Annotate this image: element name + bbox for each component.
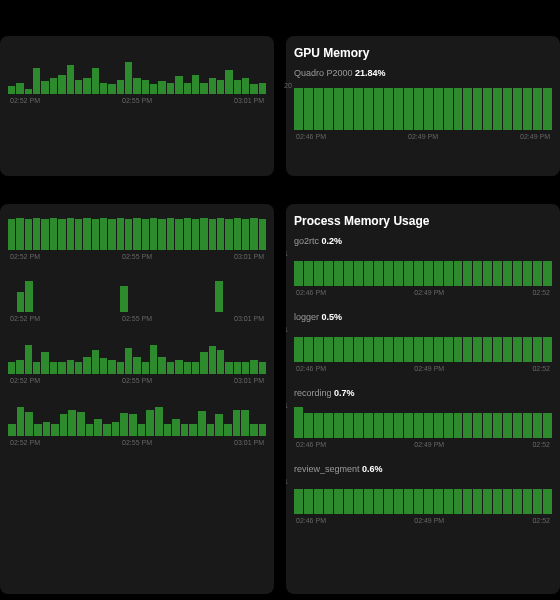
bar — [384, 337, 393, 362]
bar — [94, 419, 102, 436]
process-item: logger 0.5%102:46 PM02:49 PM02:52 — [294, 312, 552, 372]
process-item: go2rtc 0.2%102:46 PM02:49 PM02:52 — [294, 236, 552, 296]
bar — [463, 337, 472, 362]
bar — [25, 89, 32, 94]
bar — [384, 261, 393, 286]
bar — [324, 413, 333, 438]
bar — [533, 261, 542, 286]
bar — [92, 219, 99, 250]
bar — [259, 424, 267, 436]
bar — [394, 261, 403, 286]
bar — [394, 88, 403, 130]
bar — [463, 88, 472, 130]
bar — [75, 362, 82, 374]
bar — [146, 410, 154, 436]
bar — [473, 88, 482, 130]
bar — [493, 261, 502, 286]
series-label: Quadro P2000 21.84% — [294, 68, 552, 78]
bar — [483, 88, 492, 130]
bar — [533, 489, 542, 514]
bar — [50, 78, 57, 94]
bar — [175, 76, 182, 94]
bar — [374, 489, 383, 514]
bar — [354, 489, 363, 514]
bar — [234, 218, 241, 250]
bar — [259, 362, 266, 374]
bar — [483, 261, 492, 286]
bar — [25, 412, 33, 436]
bar — [142, 219, 149, 250]
bar — [314, 337, 323, 362]
bar — [304, 261, 313, 286]
bar — [198, 411, 206, 436]
bar — [83, 357, 90, 374]
bar — [117, 362, 124, 374]
bar — [334, 489, 343, 514]
bar — [543, 337, 552, 362]
bar — [250, 360, 257, 374]
y-tick: 1 — [286, 478, 288, 485]
bar — [192, 75, 199, 94]
bar — [25, 281, 33, 312]
bar — [324, 261, 333, 286]
bar — [242, 78, 249, 94]
bar — [8, 86, 15, 94]
bar — [473, 489, 482, 514]
bar — [34, 424, 42, 436]
bar — [314, 489, 323, 514]
bar — [100, 83, 107, 94]
bar — [259, 219, 266, 250]
bar — [473, 261, 482, 286]
bar — [77, 412, 85, 436]
bar — [314, 413, 323, 438]
bar — [142, 80, 149, 94]
bar — [434, 88, 443, 130]
bar — [175, 360, 182, 374]
bar — [207, 424, 215, 436]
bar — [215, 281, 223, 312]
chart-left-0 — [8, 214, 266, 250]
bar — [414, 413, 423, 438]
process-label: review_segment 0.6% — [294, 464, 552, 474]
bar — [189, 424, 197, 436]
bar — [234, 362, 241, 374]
bar — [483, 337, 492, 362]
bar — [404, 413, 413, 438]
bar — [533, 413, 542, 438]
bar — [503, 261, 512, 286]
bar — [344, 489, 353, 514]
bar — [103, 424, 111, 436]
bar — [125, 219, 132, 250]
bar — [374, 88, 383, 130]
bar — [454, 489, 463, 514]
bar — [434, 489, 443, 514]
bar — [117, 218, 124, 250]
bar — [374, 413, 383, 438]
bar — [374, 337, 383, 362]
chart-process-go2rtc — [294, 250, 552, 286]
bar — [25, 219, 32, 250]
x-axis: 02:46 PM02:49 PM02:52 — [294, 441, 552, 448]
bar — [158, 81, 165, 94]
bar — [364, 413, 373, 438]
bar — [33, 68, 40, 94]
bar — [523, 337, 532, 362]
bar — [394, 337, 403, 362]
bar — [374, 261, 383, 286]
bar — [133, 218, 140, 250]
bar — [125, 348, 132, 374]
bar — [200, 352, 207, 374]
bar — [100, 358, 107, 374]
bar — [117, 80, 124, 94]
chart-left-2 — [8, 338, 266, 374]
bar — [58, 362, 65, 374]
bar — [75, 80, 82, 94]
bar — [250, 84, 257, 94]
process-list: go2rtc 0.2%102:46 PM02:49 PM02:52logger … — [294, 236, 552, 530]
bar — [444, 413, 453, 438]
x-axis: 02:46 PM02:49 PM02:52 — [294, 289, 552, 296]
chart-gpu-memory — [294, 82, 552, 130]
bar — [215, 414, 223, 436]
bar — [68, 410, 76, 436]
chart-stack: 02:52 PM02:55 PM03:01 PM 02:52 PM02:55 P… — [8, 214, 266, 452]
